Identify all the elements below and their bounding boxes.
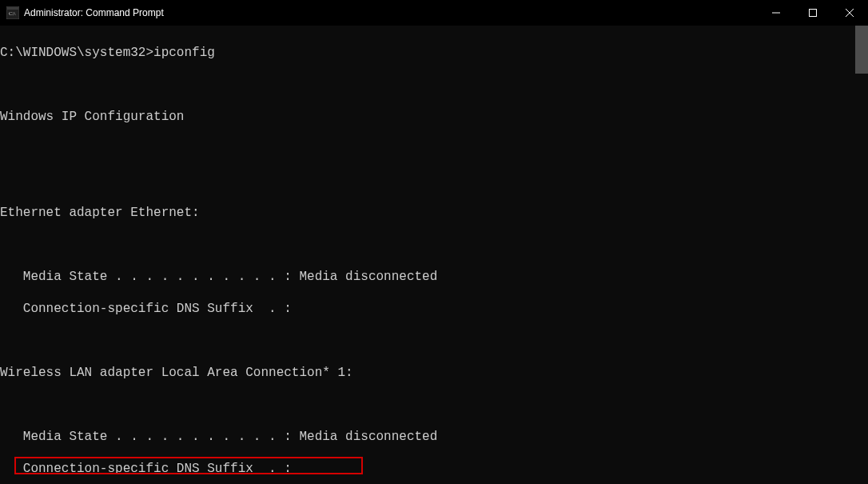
adapter-name: Ethernet adapter Ethernet: [0, 205, 868, 221]
cmd-icon: C:\ [6, 6, 19, 19]
adapter-line: Connection-specific DNS Suffix . : [0, 301, 868, 317]
svg-rect-1 [7, 7, 18, 10]
titlebar: C:\ Administrator: Command Prompt [0, 0, 868, 26]
adapter-line: Media State . . . . . . . . . . . : Medi… [0, 429, 868, 445]
close-button[interactable] [831, 0, 868, 26]
config-header: Windows IP Configuration [0, 109, 868, 125]
scrollbar[interactable] [855, 26, 868, 484]
window-title: Administrator: Command Prompt [24, 7, 758, 18]
adapter-name: Wireless LAN adapter Local Area Connecti… [0, 365, 868, 381]
command: ipconfig [153, 46, 215, 60]
scrollbar-thumb[interactable] [855, 26, 868, 74]
window-controls [758, 0, 868, 26]
minimize-button[interactable] [758, 0, 794, 26]
terminal-output[interactable]: C:\WINDOWS\system32>ipconfig Windows IP … [0, 26, 868, 484]
svg-text:C:\: C:\ [9, 10, 16, 17]
adapter-line: Media State . . . . . . . . . . . : Medi… [0, 269, 868, 285]
prompt: C:\WINDOWS\system32> [0, 46, 153, 60]
svg-rect-4 [810, 10, 817, 17]
maximize-button[interactable] [794, 0, 831, 26]
adapter-line: Connection-specific DNS Suffix . : [0, 461, 868, 477]
